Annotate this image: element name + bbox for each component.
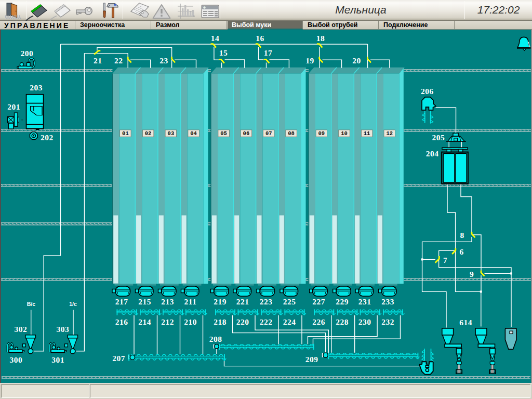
- svg-text:6: 6: [459, 247, 463, 256]
- svg-text:614: 614: [459, 318, 472, 327]
- svg-text:209: 209: [305, 355, 318, 364]
- svg-text:222: 222: [260, 317, 273, 326]
- svg-text:08: 08: [288, 130, 295, 137]
- svg-text:03: 03: [168, 130, 175, 137]
- svg-text:219: 219: [214, 297, 227, 306]
- svg-text:218: 218: [214, 317, 227, 326]
- svg-text:05: 05: [220, 130, 227, 137]
- svg-text:20: 20: [352, 56, 361, 65]
- svg-text:233: 233: [381, 297, 394, 306]
- svg-text:19: 19: [305, 56, 314, 65]
- svg-text:07: 07: [265, 130, 272, 137]
- svg-text:225: 225: [283, 297, 296, 306]
- svg-text:217: 217: [115, 297, 128, 306]
- svg-text:224: 224: [283, 317, 296, 326]
- svg-text:18: 18: [316, 34, 325, 43]
- svg-text:200: 200: [21, 49, 34, 58]
- svg-text:10: 10: [341, 130, 348, 137]
- svg-text:215: 215: [138, 297, 151, 306]
- svg-text:206: 206: [421, 87, 434, 96]
- svg-text:300: 300: [9, 355, 22, 364]
- svg-text:12: 12: [386, 130, 393, 137]
- svg-text:232: 232: [381, 317, 394, 326]
- svg-text:203: 203: [30, 83, 43, 92]
- svg-text:207: 207: [112, 354, 125, 363]
- svg-text:212: 212: [161, 317, 174, 326]
- svg-text:221: 221: [236, 297, 249, 306]
- svg-text:302: 302: [15, 325, 28, 334]
- svg-text:22: 22: [114, 56, 123, 65]
- svg-text:201: 201: [7, 102, 20, 111]
- svg-text:1/c: 1/c: [69, 301, 77, 307]
- svg-text:11: 11: [364, 130, 370, 137]
- svg-text:230: 230: [358, 317, 371, 326]
- svg-text:301: 301: [51, 355, 64, 364]
- svg-text:21: 21: [94, 56, 102, 65]
- svg-text:01: 01: [122, 130, 129, 137]
- svg-text:211: 211: [184, 297, 197, 306]
- svg-text:B/c: B/c: [27, 301, 36, 307]
- svg-text:226: 226: [312, 317, 325, 326]
- svg-text:04: 04: [190, 130, 197, 137]
- svg-text:202: 202: [41, 133, 54, 142]
- svg-text:9: 9: [470, 270, 474, 278]
- svg-text:14: 14: [211, 34, 220, 43]
- svg-text:23: 23: [159, 56, 168, 65]
- svg-text:214: 214: [138, 317, 151, 326]
- svg-text:216: 216: [115, 317, 128, 326]
- svg-text:231: 231: [358, 297, 371, 306]
- svg-text:17: 17: [264, 48, 273, 57]
- svg-text:210: 210: [184, 317, 197, 326]
- svg-text:205: 205: [432, 133, 445, 142]
- svg-text:16: 16: [256, 34, 264, 43]
- svg-text:303: 303: [57, 325, 70, 334]
- svg-text:204: 204: [426, 149, 439, 158]
- svg-text:02: 02: [145, 130, 152, 137]
- svg-text:228: 228: [336, 317, 349, 326]
- svg-text:220: 220: [236, 317, 249, 326]
- svg-text:09: 09: [318, 130, 325, 137]
- svg-text:229: 229: [336, 297, 349, 306]
- svg-text:8: 8: [460, 231, 464, 240]
- svg-text:208: 208: [209, 335, 222, 343]
- svg-text:06: 06: [243, 130, 250, 137]
- svg-text:7: 7: [443, 256, 447, 264]
- svg-text:223: 223: [260, 297, 273, 306]
- svg-text:15: 15: [219, 48, 228, 57]
- svg-text:213: 213: [161, 297, 174, 306]
- svg-text:227: 227: [312, 297, 325, 306]
